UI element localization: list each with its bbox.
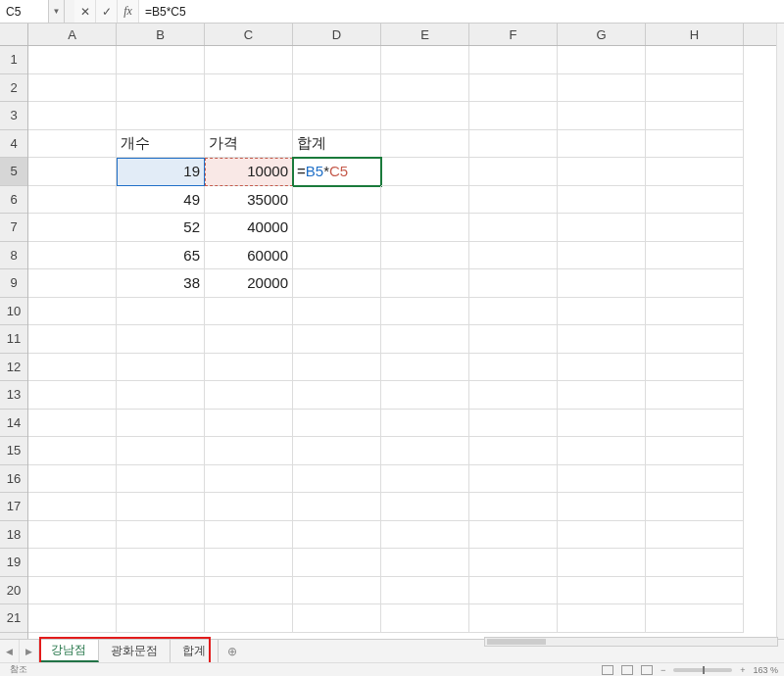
row-header-10[interactable]: 10 [0,298,27,326]
cell-D21[interactable] [293,604,381,633]
cell-D16[interactable] [293,465,381,494]
cell-F14[interactable] [469,410,558,438]
cell-F17[interactable] [469,493,558,521]
cell-G1[interactable] [558,46,646,74]
sheet-tab-0[interactable]: 강남점 [39,640,99,662]
cell-G3[interactable] [558,102,646,130]
cell-E1[interactable] [381,46,469,74]
cell-G18[interactable] [558,521,646,550]
cell-H17[interactable] [646,493,744,521]
cell-H21[interactable] [646,604,744,633]
cell-E21[interactable] [381,604,469,633]
row-header-2[interactable]: 2 [0,74,27,103]
cell-A20[interactable] [28,577,117,605]
cell-H3[interactable] [646,102,744,130]
cell-C4[interactable]: 가격 [205,130,293,159]
cell-A19[interactable] [28,549,117,577]
vertical-scrollbar[interactable] [776,24,784,639]
cell-E17[interactable] [381,493,469,521]
cell-C8[interactable]: 60000 [205,242,293,270]
zoom-slider[interactable] [673,668,732,672]
tab-nav-next-icon[interactable]: ▶ [20,640,39,662]
cell-E13[interactable] [381,381,469,410]
cell-A3[interactable] [28,102,117,130]
column-header-C[interactable]: C [205,24,293,45]
cell-G5[interactable] [558,158,646,186]
cell-H11[interactable] [646,325,744,354]
row-header-1[interactable]: 1 [0,46,27,74]
add-sheet-button[interactable]: ⊕ [219,640,246,662]
cell-A2[interactable] [28,74,117,103]
cell-H20[interactable] [646,577,744,605]
cell-A8[interactable] [28,242,117,270]
formula-input[interactable]: =B5*C5 [139,0,784,23]
cell-G16[interactable] [558,465,646,494]
cell-A13[interactable] [28,381,117,410]
cell-H14[interactable] [646,410,744,438]
cell-F4[interactable] [469,130,558,159]
cell-G20[interactable] [558,577,646,605]
zoom-level[interactable]: 163 % [753,665,778,675]
cell-C16[interactable] [205,465,293,494]
row-header-17[interactable]: 17 [0,493,27,521]
cell-C13[interactable] [205,381,293,410]
cell-E20[interactable] [381,577,469,605]
row-header-9[interactable]: 9 [0,269,27,298]
cell-D7[interactable] [293,214,381,242]
sheet-tab-1[interactable]: 광화문점 [99,640,171,662]
row-header-19[interactable]: 19 [0,549,27,577]
cell-D4[interactable]: 합계 [293,130,381,159]
cell-F15[interactable] [469,437,558,465]
select-all-corner[interactable] [0,24,28,46]
cell-D3[interactable] [293,102,381,130]
cell-D14[interactable] [293,410,381,438]
cell-C20[interactable] [205,577,293,605]
cell-C7[interactable]: 40000 [205,214,293,242]
cell-B3[interactable] [117,102,205,130]
cell-D5[interactable]: =B5*C5 [293,158,381,186]
cell-H7[interactable] [646,214,744,242]
cell-D17[interactable] [293,493,381,521]
cell-G10[interactable] [558,298,646,326]
column-header-G[interactable]: G [558,24,646,45]
cell-G21[interactable] [558,604,646,633]
cell-H9[interactable] [646,269,744,298]
cell-D2[interactable] [293,74,381,103]
horizontal-scrollbar-thumb[interactable] [487,639,546,645]
cell-F6[interactable] [469,186,558,215]
cell-F16[interactable] [469,465,558,494]
cell-G12[interactable] [558,354,646,382]
cell-G17[interactable] [558,493,646,521]
cell-A15[interactable] [28,437,117,465]
cell-C2[interactable] [205,74,293,103]
cell-E11[interactable] [381,325,469,354]
cell-A21[interactable] [28,604,117,633]
insert-function-button[interactable]: fx [118,0,139,23]
cell-A7[interactable] [28,214,117,242]
cell-E7[interactable] [381,214,469,242]
row-header-5[interactable]: 5 [0,158,27,186]
cell-F5[interactable] [469,158,558,186]
cell-H19[interactable] [646,549,744,577]
row-header-20[interactable]: 20 [0,577,27,605]
cell-H4[interactable] [646,130,744,159]
cell-A10[interactable] [28,298,117,326]
cell-G11[interactable] [558,325,646,354]
cell-G9[interactable] [558,269,646,298]
cell-G14[interactable] [558,410,646,438]
cell-B14[interactable] [117,410,205,438]
cell-B5[interactable]: 19 [117,158,205,186]
cell-A6[interactable] [28,186,117,215]
row-header-18[interactable]: 18 [0,521,27,550]
cell-A17[interactable] [28,493,117,521]
cell-A5[interactable] [28,158,117,186]
cell-H12[interactable] [646,354,744,382]
cell-B7[interactable]: 52 [117,214,205,242]
cell-C5[interactable]: 10000 [205,158,293,186]
cell-C18[interactable] [205,521,293,550]
cell-F21[interactable] [469,604,558,633]
cell-H13[interactable] [646,381,744,410]
cell-E9[interactable] [381,269,469,298]
view-page-layout-icon[interactable] [621,665,633,675]
cell-C17[interactable] [205,493,293,521]
